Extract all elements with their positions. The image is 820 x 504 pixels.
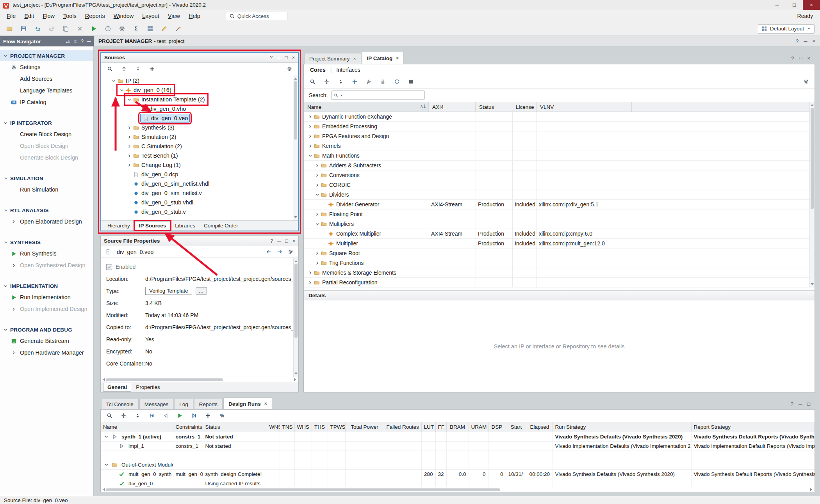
chevron-down-icon[interactable] (2, 207, 9, 213)
tree-item-ip-2[interactable]: IP (2) (101, 76, 293, 85)
tab-tcl-console[interactable]: Tcl Console (101, 399, 139, 410)
close-icon[interactable]: × (264, 401, 267, 406)
column-vlnv[interactable]: VLNV (537, 102, 632, 112)
create-run-icon[interactable] (204, 412, 212, 420)
runs-column-tpws[interactable]: TPWS (328, 422, 345, 432)
float-icon[interactable]: □ (807, 401, 810, 407)
tab-compile-order[interactable]: Compile Order (200, 222, 242, 230)
chevron-right-icon[interactable] (307, 114, 313, 120)
settings-gear-icon[interactable] (287, 248, 294, 256)
runs-spacer-row[interactable] (101, 451, 815, 460)
runs-column-report-strategy[interactable]: Report Strategy (691, 422, 815, 432)
flownav-item-language-templates[interactable]: Language Templates (0, 85, 93, 96)
flownav-item-run-simulation[interactable]: Run Simulation (0, 184, 93, 195)
flownav-item-run-implementation[interactable]: Run Implementation (0, 291, 93, 303)
add-ip-to-design-icon[interactable] (351, 78, 358, 86)
maximize-button[interactable]: □ (786, 0, 803, 10)
scrollbar-thumb[interactable] (106, 378, 223, 381)
runs-column-uram[interactable]: URAM (469, 422, 488, 432)
runs-row-div-gen-0[interactable]: div_gen_0Using cached IP results (101, 479, 815, 487)
chevron-right-icon[interactable] (307, 270, 313, 276)
runs-column-constraints[interactable]: Constraints (173, 422, 203, 432)
catalog-row-memories-storage-elements[interactable]: Memories & Storage Elements (304, 268, 815, 278)
properties-scrollbar[interactable] (293, 258, 298, 377)
runs-column-name[interactable]: Name (101, 422, 173, 432)
help-icon[interactable]: ? (791, 55, 794, 61)
close-icon[interactable]: × (807, 55, 810, 61)
flownav-item-run-synthesis[interactable]: Run Synthesis (0, 248, 93, 259)
chevron-down-icon[interactable] (2, 175, 9, 181)
flownav-section-synthesis[interactable]: SYNTHESIS (0, 237, 93, 248)
search-icon[interactable] (105, 412, 113, 420)
step-back-icon[interactable] (162, 412, 169, 420)
runs-row-out-of-context-module-runs[interactable]: Out-of-Context Module Runs (101, 460, 815, 469)
runs-column-lut[interactable]: LUT (421, 422, 435, 432)
float-icon[interactable]: □ (285, 238, 288, 244)
scrollbar-thumb[interactable] (106, 488, 500, 491)
chevron-down-icon[interactable] (314, 221, 320, 227)
float-icon[interactable]: □ (799, 55, 802, 61)
chevron-right-icon[interactable] (126, 134, 132, 140)
tree-item-div-gen-0-vho[interactable]: div_gen_0.vho (101, 104, 293, 114)
add-sources-icon[interactable] (148, 65, 156, 73)
runs-column-elapsed[interactable]: Elapsed (527, 422, 553, 432)
flownav-item-settings[interactable]: Settings (0, 61, 93, 73)
column-license[interactable]: License (512, 102, 537, 112)
flownav-item-ip-catalog[interactable]: IP Catalog (0, 96, 93, 108)
chevron-right-icon[interactable] (314, 260, 320, 266)
flownav-section-simulation[interactable]: SIMULATION (0, 173, 93, 184)
collapse-all-icon[interactable] (120, 65, 128, 73)
close-button[interactable]: × (803, 0, 820, 10)
menu-edit[interactable]: Edit (20, 11, 38, 21)
properties-panel-header[interactable]: Source File Properties ? ─ □ × (101, 236, 298, 246)
chevron-right-icon[interactable] (314, 250, 320, 256)
save-icon[interactable] (20, 25, 27, 33)
tab-design-runs[interactable]: Design Runs× (223, 398, 272, 410)
run-icon[interactable] (90, 25, 98, 33)
minimize-icon[interactable]: ─ (277, 55, 280, 60)
layout-selector[interactable]: Default Layout (758, 24, 815, 34)
minimize-icon[interactable]: ─ (799, 401, 802, 407)
go-to-start-icon[interactable] (148, 412, 155, 420)
table-view-icon[interactable] (146, 25, 154, 33)
catalog-row-cordic[interactable]: CORDIC (304, 180, 815, 190)
scroll-up-icon[interactable] (811, 103, 814, 106)
chevron-right-icon[interactable] (314, 162, 320, 169)
runs-column-tns[interactable]: TNS (280, 422, 294, 432)
flownav-item-open-implemented-design[interactable]: Open Implemented Design (0, 303, 93, 315)
runs-column-failed-routes[interactable]: Failed Routes (384, 422, 421, 432)
quick-access-search[interactable]: Quick Access (226, 12, 287, 20)
expand-sections-icon[interactable]: ⇕ (73, 39, 77, 44)
runs-column-ff[interactable]: FF (435, 422, 446, 432)
open-project-icon[interactable] (5, 25, 13, 33)
chevron-right-icon[interactable] (307, 123, 313, 130)
chevron-down-icon[interactable] (118, 87, 125, 93)
settings-gear-icon[interactable] (285, 65, 293, 73)
chevron-right-icon[interactable] (314, 211, 320, 217)
catalog-row-partial-reconfiguration[interactable]: Partial Reconfiguration (304, 278, 815, 287)
tab-log[interactable]: Log (174, 399, 193, 410)
flownav-item-open-synthesized-design[interactable]: Open Synthesized Design (0, 259, 93, 271)
chevron-right-icon[interactable] (307, 279, 313, 286)
runs-column-status[interactable]: Status (203, 422, 267, 432)
catalog-search-input[interactable] (331, 91, 425, 100)
minimize-navigator-icon[interactable]: ─ (87, 39, 91, 44)
close-icon[interactable]: × (353, 56, 356, 62)
sources-panel-header[interactable]: Sources ? ─ □ × (101, 53, 298, 63)
help-icon[interactable]: ? (81, 39, 84, 44)
tree-item-div-gen-0-sim-netlist-vhdl[interactable]: div_gen_0_sim_netlist.vhdl (101, 179, 293, 188)
catalog-row-dynamic-function-exchange[interactable]: Dynamic Function eXchange (304, 112, 815, 122)
column-name[interactable]: Name ∧1 (304, 102, 429, 112)
expand-all-icon[interactable] (134, 412, 141, 420)
scroll-right-icon[interactable] (810, 488, 814, 491)
scroll-down-icon[interactable] (811, 283, 814, 287)
collapse-all-icon[interactable] (119, 412, 127, 420)
runs-column-total-power[interactable]: Total Power (345, 422, 384, 432)
menu-reports[interactable]: Reports (81, 11, 109, 21)
tab-general[interactable]: General (103, 383, 131, 392)
tree-item-synthesis-3[interactable]: Synthesis (3) (101, 123, 293, 132)
chevron-down-icon[interactable] (126, 96, 132, 103)
tab-properties[interactable]: Properties (132, 383, 164, 391)
chevron-down-icon[interactable] (2, 283, 9, 289)
scrollbar-thumb[interactable] (294, 81, 297, 140)
